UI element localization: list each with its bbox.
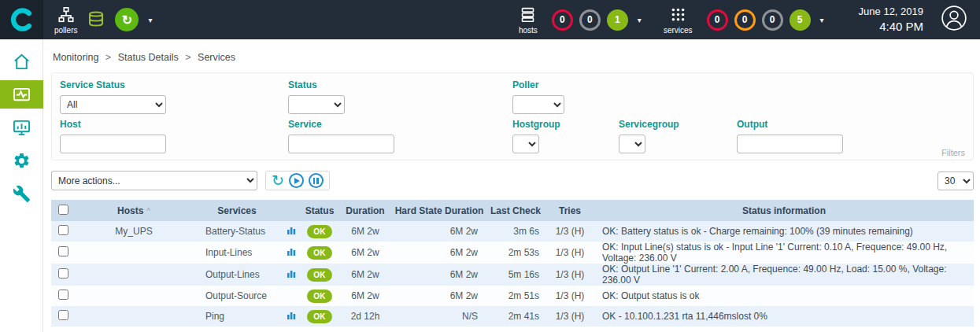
services-warning-counter[interactable]: 0: [734, 9, 756, 31]
clock: June 12, 2019 4:40 PM: [859, 6, 923, 34]
servicegroup-select[interactable]: [619, 135, 645, 153]
sidebar-item-administration[interactable]: [0, 179, 43, 208]
services-counters: 0 0 0 5: [707, 9, 811, 31]
pollers-menu[interactable]: pollers: [54, 6, 77, 35]
graph-icon[interactable]: [287, 247, 296, 256]
sidebar-item-home[interactable]: [0, 47, 43, 76]
last-check-cell: 5m 16s: [486, 264, 545, 286]
service-cell[interactable]: Battery-Status: [193, 221, 281, 242]
play-icon[interactable]: [289, 173, 304, 188]
hosts-counters: 0 0 1: [552, 9, 628, 31]
breadcrumb-monitoring[interactable]: Monitoring: [53, 52, 98, 63]
breadcrumb-status-details[interactable]: Status Details: [118, 52, 179, 63]
header-last-check[interactable]: Last Check: [486, 200, 545, 221]
services-icon: [668, 6, 687, 24]
row-checkbox[interactable]: [58, 268, 68, 279]
centreon-logo[interactable]: [0, 0, 43, 39]
pollers-icon: [57, 6, 76, 24]
header-status[interactable]: Status: [301, 200, 338, 221]
host-cell[interactable]: My_UPS: [75, 221, 193, 242]
row-checkbox[interactable]: [58, 225, 68, 235]
tries-cell: 1/3 (H): [545, 242, 594, 264]
services-ok-counter[interactable]: 5: [790, 9, 811, 31]
status-badge: OK: [307, 290, 332, 303]
refresh-glyph: ↻: [122, 13, 132, 28]
header-checkbox-cell: [51, 200, 75, 221]
hosts-up-counter[interactable]: 1: [607, 9, 628, 31]
poller-status-icon[interactable]: ↻: [115, 8, 139, 31]
home-icon: [13, 53, 31, 71]
counter-value: 5: [797, 14, 803, 25]
poller-select[interactable]: [512, 95, 564, 114]
user-avatar[interactable]: [941, 5, 967, 35]
status-select[interactable]: [288, 95, 345, 114]
more-actions-select[interactable]: More actions...: [51, 171, 257, 190]
poller-chevron-down-icon[interactable]: ▾: [148, 16, 152, 24]
header-hosts[interactable]: Hosts^: [75, 200, 193, 221]
sort-ascending-icon: ^: [146, 207, 150, 216]
sidebar-item-reporting[interactable]: [0, 113, 43, 142]
row-checkbox[interactable]: [58, 246, 68, 256]
duration-cell: 2d 12h: [338, 306, 393, 326]
sidebar-item-configuration[interactable]: [0, 146, 43, 175]
row-checkbox[interactable]: [58, 310, 68, 320]
sidebar-item-monitoring[interactable]: [0, 80, 43, 109]
tries-cell: 1/3 (H): [545, 306, 594, 326]
status-label: Status: [288, 79, 512, 90]
services-critical-counter[interactable]: 0: [707, 9, 728, 31]
counter-value: 0: [560, 14, 565, 25]
status-information-cell: OK: Battery status is ok - Charge remain…: [594, 221, 974, 242]
hosts-menu[interactable]: hosts: [519, 6, 538, 35]
poller-label: Poller: [512, 79, 564, 90]
refresh-icon[interactable]: ↻: [272, 173, 284, 188]
host-input[interactable]: [60, 135, 166, 153]
database-icon[interactable]: [87, 10, 105, 29]
last-check-cell: 2m 51s: [486, 286, 545, 306]
header-duration[interactable]: Duration: [338, 200, 393, 221]
hosts-cluster: hosts 0 0 1 ▾: [508, 6, 653, 35]
host-cell: [75, 242, 193, 264]
output-input[interactable]: [737, 135, 843, 153]
header-status-information[interactable]: Status information: [594, 200, 974, 221]
header-graph: [281, 200, 301, 221]
graph-icon[interactable]: [287, 311, 296, 320]
tries-cell: 1/3 (H): [545, 221, 594, 242]
duration-cell: 6M 2w: [338, 264, 393, 286]
hostgroup-select[interactable]: [512, 135, 539, 153]
hostgroup-label: Hostgroup: [512, 119, 619, 130]
filters-panel: Service Status All Status Poller Host: [51, 72, 974, 160]
page-size-select[interactable]: 30: [937, 172, 974, 190]
service-cell[interactable]: Input-Lines: [193, 242, 281, 264]
pause-icon[interactable]: [309, 173, 324, 188]
counter-value: 1: [615, 14, 620, 25]
service-cell[interactable]: Ping: [193, 306, 281, 326]
services-menu[interactable]: services: [664, 6, 693, 35]
services-cluster: services 0 0 0 5 ▾: [653, 6, 835, 35]
filter-service-status: Service Status All: [60, 79, 288, 114]
service-cell[interactable]: Output-Lines: [193, 264, 281, 286]
services-unknown-counter[interactable]: 0: [762, 9, 783, 31]
wrench-icon: [13, 185, 31, 203]
graph-icon[interactable]: [287, 226, 296, 235]
counter-value: 0: [742, 14, 748, 25]
service-input[interactable]: [288, 135, 394, 153]
header-tries[interactable]: Tries: [545, 200, 594, 221]
header-hard-state-duration[interactable]: Hard State Duration: [393, 200, 486, 221]
hosts-unreachable-counter[interactable]: 0: [579, 9, 601, 31]
hosts-chevron-down-icon[interactable]: ▾: [638, 16, 642, 24]
last-check-cell: 2m 53s: [486, 242, 545, 264]
service-status-select[interactable]: All: [60, 95, 166, 114]
service-cell[interactable]: Output-Source: [193, 286, 281, 306]
table-row: My_UPS Battery-Status OK 6M 2w 6M 2w 3m …: [51, 221, 974, 242]
topbar: pollers ↻ ▾ hosts: [0, 0, 980, 39]
status-information-cell: OK: Input Line(s) status is ok - Input L…: [594, 242, 974, 264]
services-chevron-down-icon[interactable]: ▾: [820, 16, 824, 24]
header-services[interactable]: Services: [193, 200, 281, 221]
graph-icon[interactable]: [287, 269, 296, 279]
hosts-down-counter[interactable]: 0: [552, 9, 573, 31]
row-checkbox[interactable]: [58, 290, 68, 300]
gear-icon: [13, 152, 31, 170]
filter-status: Status: [288, 79, 512, 114]
select-all-checkbox[interactable]: [58, 205, 68, 215]
tries-cell: 1/3 (H): [545, 264, 594, 286]
